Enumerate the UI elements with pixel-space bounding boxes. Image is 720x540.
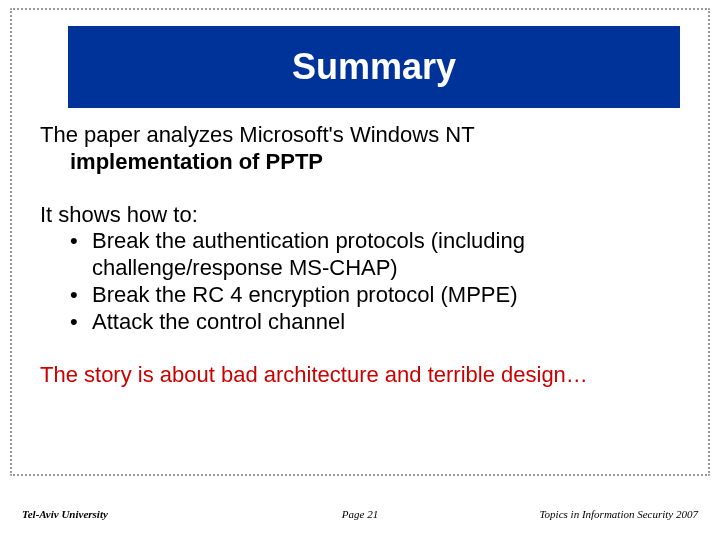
slide-content: The paper analyzes Microsoft's Windows N… [40, 122, 690, 389]
footer-right: Topics in Information Security 2007 [473, 508, 698, 520]
bullet-item: Break the authentication protocols (incl… [70, 228, 690, 282]
bullet-list: Break the authentication protocols (incl… [40, 228, 690, 335]
bullet-item: Attack the control channel [70, 309, 690, 336]
footer-left: Tel-Aviv University [22, 508, 247, 520]
footer-center: Page 21 [247, 508, 472, 520]
footer: Tel-Aviv University Page 21 Topics in In… [0, 508, 720, 520]
bullet-item: Break the RC 4 encryption protocol (MPPE… [70, 282, 690, 309]
title-bar: Summary [68, 26, 680, 108]
intro-line2: implementation of PPTP [40, 149, 690, 176]
story-line: The story is about bad architecture and … [40, 362, 690, 389]
shows-block: It shows how to: Break the authenticatio… [40, 202, 690, 336]
slide-title: Summary [292, 46, 456, 88]
intro-line1: The paper analyzes Microsoft's Windows N… [40, 122, 475, 147]
intro-paragraph: The paper analyzes Microsoft's Windows N… [40, 122, 690, 176]
shows-heading: It shows how to: [40, 202, 690, 229]
intro-line2-bold: implementation of PPTP [70, 149, 323, 174]
